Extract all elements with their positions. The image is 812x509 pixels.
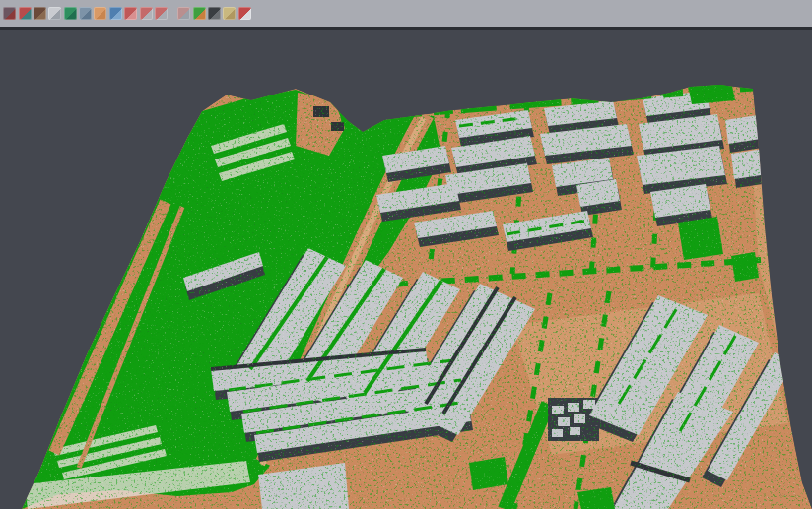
points-display-icon[interactable] [19, 7, 32, 20]
flag-card-icon[interactable] [238, 7, 251, 20]
viewport-3d[interactable] [0, 30, 812, 509]
camera-icon[interactable] [208, 7, 221, 20]
ortho-image-icon[interactable] [94, 7, 106, 20]
open-project-icon[interactable] [3, 7, 16, 20]
circle-tool-icon[interactable] [140, 7, 153, 20]
selection-bounds-icon[interactable] [155, 7, 168, 20]
globe-view-icon[interactable] [109, 7, 122, 20]
measure-marks-icon[interactable] [223, 7, 236, 20]
layer-list-icon[interactable] [124, 7, 137, 20]
classified-map-icon[interactable] [193, 7, 206, 20]
point-selection-icon[interactable] [48, 7, 61, 20]
vertical-ruler-icon[interactable] [79, 7, 92, 20]
surface-model-icon[interactable] [64, 7, 77, 20]
terrain-model-icon[interactable] [34, 7, 46, 20]
noise-dark [0, 69, 812, 509]
toolbar [0, 0, 812, 30]
point-cloud-scene [0, 30, 812, 509]
texture-grid-icon[interactable] [177, 7, 190, 20]
